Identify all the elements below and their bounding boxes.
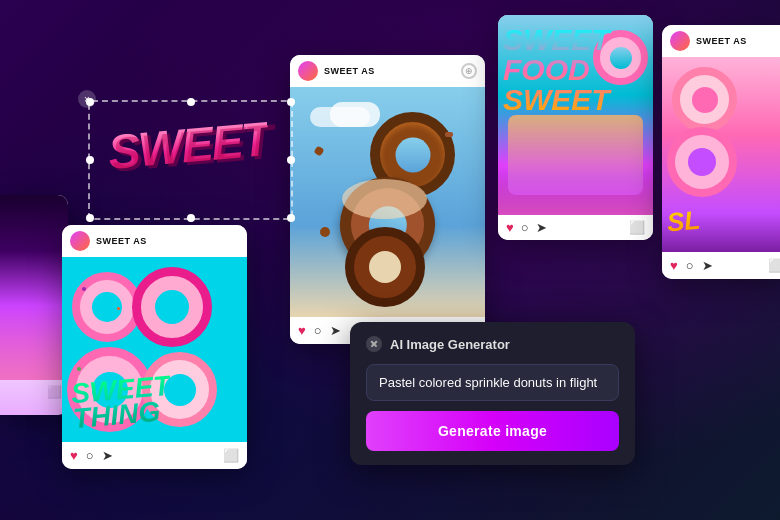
comment-icon-card4[interactable]: ○ xyxy=(686,258,694,273)
card-2: SWEET AS ⊕ ♥ ○ ➤ ⬜ xyxy=(290,55,485,344)
handle-middle-left[interactable] xyxy=(86,156,94,164)
handle-bottom-middle[interactable] xyxy=(187,214,195,222)
card-1-header: SWEET AS xyxy=(62,225,247,257)
card-4-username: SWEET AS xyxy=(696,36,747,46)
card-1-avatar xyxy=(70,231,90,251)
heart-icon-card3[interactable]: ♥ xyxy=(506,220,514,235)
comment-icon-card3[interactable]: ○ xyxy=(521,220,529,235)
share-icon-card2[interactable]: ➤ xyxy=(330,323,341,338)
share-icon-card3[interactable]: ➤ xyxy=(536,220,547,235)
card-1-image: SWEETTHING xyxy=(62,257,247,442)
ai-panel-title: AI Image Generator xyxy=(390,337,510,352)
handle-bottom-right[interactable] xyxy=(287,214,295,222)
card-1-username: SWEET AS xyxy=(96,236,147,246)
heart-icon-card2[interactable]: ♥ xyxy=(298,323,306,338)
heart-icon-card4[interactable]: ♥ xyxy=(670,258,678,273)
card-2-username: SWEET AS xyxy=(324,66,375,76)
card-2-options[interactable]: ⊕ xyxy=(461,63,477,79)
card-4-image: SL xyxy=(662,57,780,252)
card-far-left: ⬜ xyxy=(0,195,68,415)
card-4-header: SWEET AS xyxy=(662,25,780,57)
card-1: SWEET AS SWEETTHING ♥ ○ ➤ ⬜ xyxy=(62,225,247,469)
card-3-image: SWEETFOODSWEET xyxy=(498,15,653,215)
card-far-left-image xyxy=(0,195,68,380)
handle-middle-right[interactable] xyxy=(287,156,295,164)
bookmark-icon-card1[interactable]: ⬜ xyxy=(223,448,239,463)
handle-top-left[interactable] xyxy=(86,98,94,106)
share-icon-card4[interactable]: ➤ xyxy=(702,258,713,273)
card-2-image xyxy=(290,87,485,317)
generate-image-button[interactable]: Generate image xyxy=(366,411,619,451)
heart-icon-card1[interactable]: ♥ xyxy=(70,448,78,463)
card-4-avatar xyxy=(670,31,690,51)
ai-panel-close-button[interactable] xyxy=(366,336,382,352)
comment-icon-card1[interactable]: ○ xyxy=(86,448,94,463)
card-3: SWEETFOODSWEET ♥ ○ ➤ ⬜ xyxy=(498,15,653,240)
ai-panel: AI Image Generator Generate image xyxy=(350,322,635,465)
handle-bottom-left[interactable] xyxy=(86,214,94,222)
card-4-text: SL xyxy=(666,205,702,239)
bookmark-icon-card3[interactable]: ⬜ xyxy=(629,220,645,235)
sweet-food-text: SWEETFOODSWEET xyxy=(503,25,648,115)
card-3-actions: ♥ ○ ➤ ⬜ xyxy=(498,215,653,240)
handle-top-right[interactable] xyxy=(287,98,295,106)
card-2-avatar xyxy=(298,61,318,81)
card-4-actions: ♥ ○ ➤ ⬜ xyxy=(662,252,780,279)
sweet-thing-text: SWEETTHING xyxy=(70,372,174,431)
share-icon-card1[interactable]: ➤ xyxy=(102,448,113,463)
ai-panel-header: AI Image Generator xyxy=(366,336,619,352)
card-2-header: SWEET AS ⊕ xyxy=(290,55,485,87)
comment-icon-card2[interactable]: ○ xyxy=(314,323,322,338)
ai-image-prompt-input[interactable] xyxy=(366,364,619,401)
card-4: SWEET AS SL ♥ ○ ➤ ⬜ xyxy=(662,25,780,279)
card-1-actions: ♥ ○ ➤ ⬜ xyxy=(62,442,247,469)
selection-box: × xyxy=(88,100,293,220)
handle-top-middle[interactable] xyxy=(187,98,195,106)
bookmark-icon-card4[interactable]: ⬜ xyxy=(768,258,780,273)
